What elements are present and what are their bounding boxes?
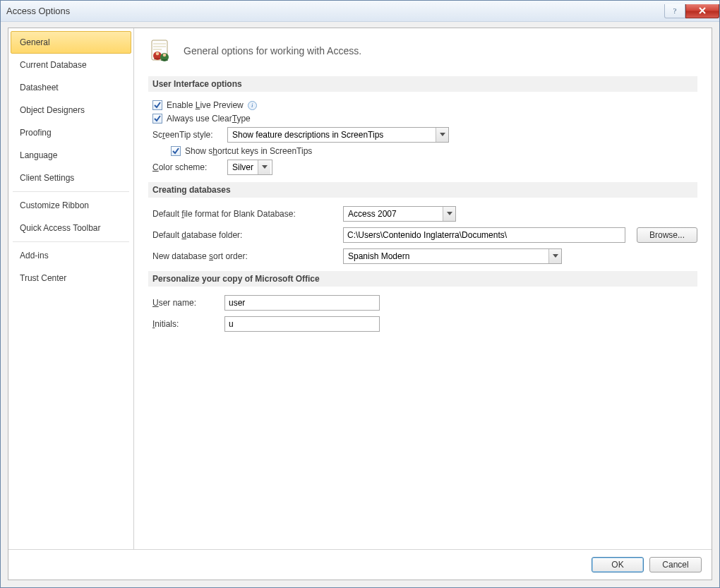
chevron-down-icon — [436, 128, 448, 142]
label-always-cleartype: Always use ClearType — [167, 114, 251, 124]
titlebar: Access Options ? — [1, 1, 719, 22]
content-panel: General options for working with Access.… — [134, 28, 712, 549]
label-color-scheme: Color scheme: — [152, 162, 223, 172]
info-icon[interactable]: i — [248, 101, 257, 110]
checkbox-enable-live-preview[interactable] — [152, 100, 162, 110]
sidebar-item-object-designers[interactable]: Object Designers — [11, 99, 131, 121]
chevron-down-icon — [548, 249, 561, 263]
sidebar-item-customize-ribbon[interactable]: Customize Ribbon — [11, 194, 131, 217]
help-button[interactable]: ? — [664, 4, 685, 18]
label-initials: Initials: — [152, 319, 217, 329]
close-button[interactable] — [685, 4, 719, 18]
label-show-shortcut-keys: Show shortcut keys in ScreenTips — [185, 146, 312, 156]
label-default-db-folder: Default database folder: — [152, 230, 336, 240]
label-default-file-format: Default file format for Blank Database: — [152, 209, 336, 219]
sidebar-separator — [13, 241, 129, 242]
label-username: User name: — [152, 298, 217, 308]
sidebar-item-general[interactable]: General — [11, 31, 131, 54]
label-sort-order: New database sort order: — [152, 251, 336, 261]
sidebar-item-client-settings[interactable]: Client Settings — [11, 167, 131, 189]
sidebar-item-language[interactable]: Language — [11, 144, 131, 167]
select-color-scheme-value: Silver — [228, 162, 258, 172]
general-options-icon — [148, 38, 174, 64]
chevron-down-icon — [443, 207, 455, 221]
sidebar-item-current-database[interactable]: Current Database — [11, 54, 131, 76]
select-default-file-format-value: Access 2007 — [344, 209, 401, 219]
section-personalize: Personalize your copy of Microsoft Offic… — [148, 271, 697, 287]
section-creating-databases: Creating databases — [148, 182, 697, 198]
select-screentip-style[interactable]: Show feature descriptions in ScreenTips — [227, 127, 449, 143]
input-username[interactable] — [224, 295, 380, 311]
input-initials[interactable] — [224, 316, 380, 332]
sidebar: General Current Database Datasheet Objec… — [8, 28, 134, 549]
ok-button[interactable]: OK — [592, 557, 644, 572]
dialog-footer: OK Cancel — [8, 549, 712, 580]
sidebar-item-datasheet[interactable]: Datasheet — [11, 76, 131, 99]
section-ui-options: User Interface options — [148, 76, 697, 92]
page-headline: General options for working with Access. — [184, 45, 361, 56]
creating-db-grid: Default file format for Blank Database: … — [152, 206, 697, 264]
svg-point-3 — [156, 52, 160, 56]
chevron-down-icon — [258, 160, 270, 174]
select-default-file-format[interactable]: Access 2007 — [343, 206, 456, 222]
checkbox-always-cleartype[interactable] — [152, 114, 162, 124]
sidebar-item-proofing[interactable]: Proofing — [11, 121, 131, 144]
sidebar-item-add-ins[interactable]: Add-ins — [11, 244, 131, 267]
cancel-button[interactable]: Cancel — [649, 557, 702, 572]
page-header: General options for working with Access. — [148, 38, 697, 64]
select-sort-order[interactable]: Spanish Modern — [343, 248, 562, 264]
svg-point-5 — [163, 54, 167, 57]
select-screentip-style-value: Show feature descriptions in ScreenTips — [228, 130, 388, 140]
label-screentip-style: ScreenTip style: — [152, 130, 223, 140]
select-color-scheme[interactable]: Silver — [227, 160, 272, 175]
checkbox-show-shortcut-keys[interactable] — [171, 146, 181, 156]
sidebar-separator — [13, 191, 129, 192]
sidebar-item-quick-access-toolbar[interactable]: Quick Access Toolbar — [11, 217, 131, 239]
browse-button[interactable]: Browse... — [637, 227, 697, 243]
window-title: Access Options — [6, 6, 70, 16]
svg-text:?: ? — [673, 6, 677, 15]
dialog-body: General Current Database Datasheet Objec… — [8, 28, 712, 549]
label-enable-live-preview: Enable Live Preview — [167, 100, 244, 110]
personalize-grid: User name: Initials: — [152, 295, 697, 332]
dialog-inner: General Current Database Datasheet Objec… — [8, 28, 712, 580]
sidebar-item-trust-center[interactable]: Trust Center — [11, 267, 131, 289]
dialog-window: Access Options ? General Current Databas… — [0, 0, 720, 588]
select-sort-order-value: Spanish Modern — [344, 251, 414, 261]
input-default-db-folder[interactable] — [343, 227, 625, 243]
